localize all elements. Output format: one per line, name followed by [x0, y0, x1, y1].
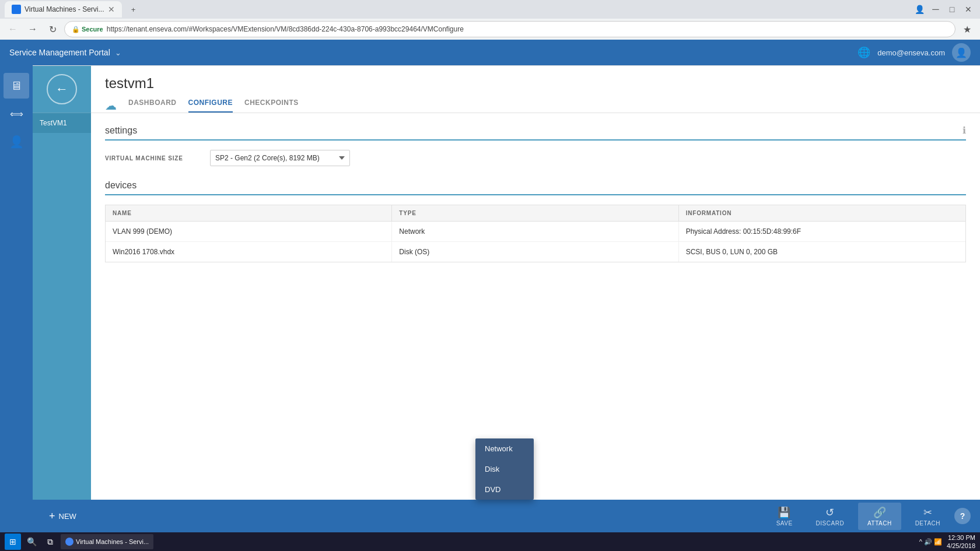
taskbar-chrome-title: Virtual Machines - Servi...	[76, 538, 149, 545]
chrome-favicon	[65, 538, 74, 546]
table-row[interactable]: Win2016 1708.vhdx Disk (OS) SCSI, BUS 0,…	[106, 242, 965, 262]
row2-name: Win2016 1708.vhdx	[106, 242, 392, 262]
topbar-email: demo@enseva.com	[877, 48, 945, 57]
settings-section: settings ℹ VIRTUAL MACHINE SIZE SP2 - Ge…	[105, 125, 966, 166]
back-nav-button[interactable]: ←	[5, 21, 21, 37]
lock-icon: 🔒	[72, 26, 80, 33]
detach-action[interactable]: ✂ DETACH	[906, 503, 950, 530]
devices-title-text: devices	[105, 180, 136, 191]
task-view-button[interactable]: ⧉	[42, 534, 58, 550]
sidebar: ⊞ 🖥 ⟺ 👤	[0, 40, 33, 551]
browser-chrome: Virtual Machines - Servi... ✕ + 👤 ─ □ ✕ …	[0, 0, 980, 40]
settings-title-text: settings	[105, 125, 137, 136]
address-bar[interactable]: 🔒 Secure https://tenant.enseva.com/#Work…	[64, 21, 956, 37]
settings-section-title: settings ℹ	[105, 125, 966, 141]
sidebar-item-users[interactable]: 👤	[4, 129, 29, 155]
vm-title: testvm1	[105, 75, 966, 92]
monitor-icon: 🖥	[10, 79, 22, 93]
devices-section: devices NAME TYPE INFORMATION VLAN 999 (…	[105, 180, 966, 262]
row1-type: Network	[392, 222, 678, 241]
attach-label: ATTACH	[867, 520, 892, 527]
tab-checkpoints[interactable]: CHECKPOINTS	[244, 99, 299, 113]
forward-nav-button[interactable]: →	[24, 21, 41, 37]
vm-list-item[interactable]: TestVM1	[33, 113, 91, 133]
secure-badge: 🔒 Secure	[72, 26, 103, 33]
close-button[interactable]: ✕	[961, 2, 975, 16]
left-panel: ← TestVM1	[33, 66, 91, 551]
attach-icon: 🔗	[873, 506, 887, 519]
discard-action[interactable]: ↺ DISCARD	[807, 503, 854, 530]
topbar-chevron-icon[interactable]: ⌄	[115, 48, 121, 57]
bottom-toolbar: + NEW 💾 SAVE ↺ DISCARD 🔗 ATTACH ✂ DETACH…	[33, 500, 980, 532]
vm-name: TestVM1	[40, 119, 67, 127]
topbar-right: 🌐 demo@enseva.com 👤	[858, 43, 971, 62]
tab-favicon	[12, 5, 21, 14]
vm-size-label: VIRTUAL MACHINE SIZE	[105, 155, 198, 162]
attach-dvd-option[interactable]: DVD	[475, 479, 534, 500]
content-body: settings ℹ VIRTUAL MACHINE SIZE SP2 - Ge…	[91, 113, 980, 551]
detach-icon: ✂	[923, 506, 933, 519]
settings-help-icon[interactable]: ℹ	[963, 125, 966, 136]
discard-icon: ↺	[825, 506, 835, 519]
taskbar: ⊞ 🔍 ⧉ Virtual Machines - Servi... ^ 🔊 📶 …	[0, 532, 980, 551]
save-action[interactable]: 💾 SAVE	[767, 503, 802, 530]
col-info: INFORMATION	[679, 205, 965, 221]
table-header: NAME TYPE INFORMATION	[106, 205, 965, 222]
restore-button[interactable]: □	[945, 2, 959, 16]
taskbar-chrome-item[interactable]: Virtual Machines - Servi...	[61, 534, 153, 549]
row1-name: VLAN 999 (DEMO)	[106, 222, 392, 241]
topbar: Service Management Portal ⌄ 🌐 demo@ensev…	[0, 40, 980, 65]
browser-nav: ← → ↻ 🔒 Secure https://tenant.enseva.com…	[0, 19, 980, 40]
date-display: 4/25/2018	[947, 542, 975, 550]
browser-nav-right: ★	[959, 21, 975, 37]
save-label: SAVE	[776, 520, 793, 527]
taskbar-icons: ^ 🔊 📶	[919, 538, 942, 546]
tab-title: Virtual Machines - Servi...	[24, 5, 104, 13]
network-icon: ⟺	[10, 108, 23, 120]
detach-label: DETACH	[915, 520, 940, 527]
url-text: https://tenant.enseva.com/#Workspaces/VM…	[107, 25, 464, 33]
taskbar-right: ^ 🔊 📶 12:30 PM 4/25/2018	[919, 534, 975, 550]
sidebar-item-network[interactable]: ⟺	[4, 101, 29, 127]
col-type: TYPE	[392, 205, 678, 221]
avatar-icon: 👤	[956, 47, 967, 58]
tab-configure[interactable]: CONFIGURE	[188, 99, 233, 113]
new-label: NEW	[59, 512, 76, 521]
discard-label: DISCARD	[816, 520, 845, 527]
browser-tabs: Virtual Machines - Servi... ✕ + 👤 ─ □ ✕	[0, 0, 980, 19]
start-button[interactable]: ⊞	[5, 534, 21, 550]
new-tab-button[interactable]: +	[124, 1, 143, 17]
back-button[interactable]: ←	[33, 66, 91, 113]
new-button[interactable]: + NEW	[42, 507, 83, 526]
attach-network-option[interactable]: Network	[475, 438, 534, 459]
time-display: 12:30 PM	[947, 534, 975, 542]
attach-action[interactable]: 🔗 ATTACH	[858, 503, 901, 530]
globe-icon: 🌐	[858, 46, 870, 59]
help-button[interactable]: ?	[954, 508, 971, 524]
active-tab[interactable]: Virtual Machines - Servi... ✕	[5, 1, 122, 17]
attach-disk-option[interactable]: Disk	[475, 459, 534, 479]
devices-table: NAME TYPE INFORMATION VLAN 999 (DEMO) Ne…	[105, 205, 966, 262]
main-content: testvm1 ☁ DASHBOARD CONFIGURE CHECKPOINT…	[91, 66, 980, 551]
table-row[interactable]: VLAN 999 (DEMO) Network Physical Address…	[106, 222, 965, 242]
minimize-button[interactable]: ─	[929, 2, 943, 16]
user-avatar[interactable]: 👤	[952, 43, 971, 62]
taskbar-time: 12:30 PM 4/25/2018	[947, 534, 975, 550]
row2-info: SCSI, BUS 0, LUN 0, 200 GB	[679, 242, 965, 262]
search-taskbar-button[interactable]: 🔍	[23, 534, 40, 550]
vm-size-select[interactable]: SP2 - Gen2 (2 Core(s), 8192 MB)SP1 - Gen…	[210, 150, 350, 166]
row1-info: Physical Address: 00:15:5D:48:99:6F	[679, 222, 965, 241]
reload-button[interactable]: ↻	[44, 21, 61, 37]
tab-dashboard[interactable]: DASHBOARD	[128, 99, 177, 113]
sidebar-item-vms[interactable]: 🖥	[4, 73, 29, 99]
account-icon[interactable]: 👤	[912, 2, 926, 16]
attach-dropdown-menu: Network Disk DVD	[475, 438, 534, 500]
cloud-icon: ☁	[105, 99, 117, 113]
vm-size-row: VIRTUAL MACHINE SIZE SP2 - Gen2 (2 Core(…	[105, 150, 966, 166]
bookmark-button[interactable]: ★	[959, 21, 975, 37]
tab-close-button[interactable]: ✕	[108, 5, 115, 14]
topbar-title: Service Management Portal	[9, 48, 110, 57]
back-circle: ←	[47, 74, 77, 104]
user-icon: 👤	[9, 135, 24, 149]
breadcrumb-nav: ☁ DASHBOARD CONFIGURE CHECKPOINTS	[105, 99, 966, 113]
